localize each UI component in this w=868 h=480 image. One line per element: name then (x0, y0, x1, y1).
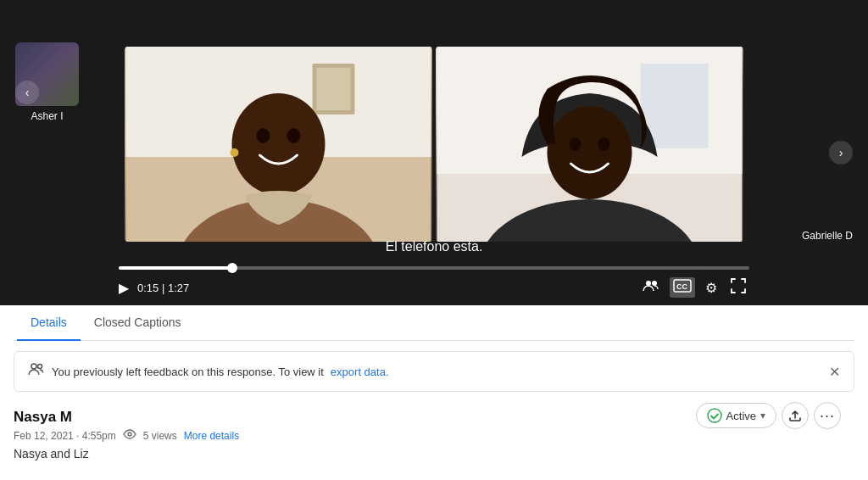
svg-point-7 (287, 128, 301, 143)
more-options-button[interactable]: ··· (814, 402, 841, 429)
svg-point-8 (231, 148, 239, 157)
right-person-name: Gabrielle D (802, 230, 853, 242)
svg-point-6 (257, 128, 270, 143)
status-row: Active ▾ ··· (696, 402, 841, 429)
cc-button[interactable]: CC (670, 277, 695, 298)
next-button[interactable]: › (829, 141, 853, 165)
response-description: Nasya and Liz (14, 447, 854, 460)
settings-button[interactable]: ⚙ (702, 278, 721, 298)
dots-icon: ··· (820, 407, 835, 425)
progress-thumb (227, 263, 237, 273)
svg-point-15 (598, 137, 610, 151)
left-person-name: Asher I (31, 110, 63, 122)
participants-button[interactable] (639, 277, 663, 298)
svg-point-24 (708, 409, 721, 422)
controls-row: ▶ 0:15 | 1:27 CC (119, 276, 749, 299)
svg-text:CC: CC (676, 282, 687, 291)
feedback-people-icon (28, 362, 45, 381)
response-row: Nasya M Feb 12, 2021 · 4:55pm 5 views Mo… (14, 402, 854, 467)
status-label: Active (726, 410, 756, 422)
feedback-banner: You previously left feedback on this res… (14, 351, 854, 392)
video-player: Asher I ‹ › Gabrielle D (0, 0, 868, 305)
svg-point-16 (646, 281, 651, 286)
svg-point-13 (548, 106, 632, 199)
close-banner-button[interactable]: ✕ (829, 364, 840, 380)
chevron-right-icon: › (839, 146, 843, 159)
play-button[interactable]: ▶ (119, 280, 129, 296)
details-area: Details Closed Captions You previously l… (0, 305, 868, 467)
upload-button[interactable] (782, 402, 809, 429)
dropdown-icon: ▾ (760, 410, 765, 421)
svg-point-22 (33, 366, 36, 368)
response-date: Feb 12, 2021 · 4:55pm (14, 430, 116, 442)
tab-closed-captions[interactable]: Closed Captions (81, 305, 195, 341)
controls-area: ▶ 0:15 | 1:27 CC (0, 266, 868, 305)
svg-point-21 (38, 365, 42, 369)
svg-point-23 (128, 433, 131, 436)
video-frames (125, 47, 743, 242)
chevron-left-icon: ‹ (25, 86, 30, 99)
svg-point-17 (652, 281, 657, 286)
more-details-link[interactable]: More details (184, 430, 239, 442)
eye-icon (123, 429, 136, 442)
export-data-link[interactable]: export data. (331, 366, 389, 378)
time-display: 0:15 | 1:27 (137, 282, 189, 294)
svg-rect-3 (317, 68, 351, 110)
controls-left: ▶ 0:15 | 1:27 (119, 280, 189, 296)
svg-point-20 (31, 364, 36, 369)
tab-details[interactable]: Details (17, 305, 81, 341)
views-count: 5 views (143, 430, 177, 442)
video-frame-left (125, 47, 432, 242)
subtitle: El telefono esta. (386, 239, 483, 254)
controls-right: CC ⚙ (639, 276, 749, 299)
fullscreen-button[interactable] (727, 276, 749, 299)
svg-point-5 (232, 93, 326, 195)
progress-bar[interactable] (119, 266, 749, 270)
video-frame-right (436, 47, 743, 242)
feedback-banner-left: You previously left feedback on this res… (28, 362, 389, 381)
status-badge[interactable]: Active ▾ (696, 403, 776, 428)
prev-button[interactable]: ‹ (15, 81, 39, 104)
response-meta: Feb 12, 2021 · 4:55pm 5 views More detai… (14, 429, 854, 442)
svg-point-14 (570, 137, 581, 151)
tabs-row: Details Closed Captions (14, 305, 854, 341)
progress-fill (119, 266, 232, 270)
feedback-text: You previously left feedback on this res… (52, 366, 324, 378)
